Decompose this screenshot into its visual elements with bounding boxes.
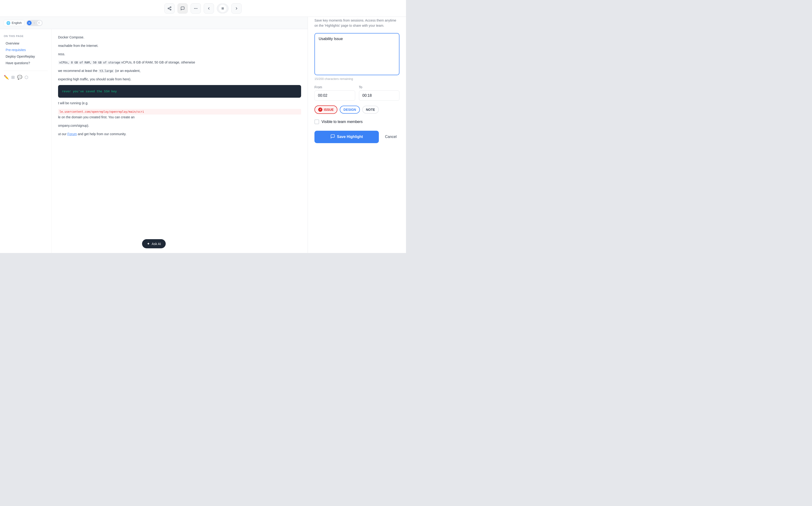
- visibility-row: Visible to team members: [314, 119, 399, 124]
- tag-issue[interactable]: ✓ ISSUE: [314, 105, 337, 114]
- svg-point-7: [194, 8, 195, 9]
- doc-content: Docker Compose. reachable from the Inter…: [52, 29, 308, 253]
- from-field: From: [314, 85, 355, 101]
- from-label: From: [314, 85, 355, 89]
- github-url-code: le.usercontent.com/openreplay/openreplay…: [58, 109, 301, 114]
- action-row: Save Highlight Cancel: [314, 131, 399, 143]
- svg-point-5: [196, 8, 196, 9]
- github-icon[interactable]: ⬡: [25, 75, 28, 80]
- light-mode-dot: ●: [27, 21, 32, 25]
- dark-mode-dot: ☾: [37, 21, 42, 25]
- save-btn-icon: [330, 134, 335, 140]
- ai-sparkle-icon: ✦: [147, 242, 150, 246]
- grid-icon[interactable]: ⊞: [11, 75, 15, 80]
- edit-icon[interactable]: ✏️: [4, 75, 9, 80]
- highlight-panel: Highlight ✕ Save key moments from sessio…: [308, 0, 406, 253]
- cancel-button[interactable]: Cancel: [382, 132, 399, 142]
- theme-toggle[interactable]: ● ○ ☾: [26, 20, 42, 26]
- more-button[interactable]: [191, 3, 201, 14]
- save-button-label: Save Highlight: [337, 135, 363, 139]
- ssh-key-code: rever you've saved the SSH key: [58, 85, 301, 98]
- svg-point-6: [197, 8, 197, 9]
- visibility-label: Visible to team members: [321, 120, 363, 124]
- from-input[interactable]: [314, 90, 355, 101]
- company-text: ompany.com/signup).: [58, 123, 301, 129]
- issue-dot-icon: ✓: [318, 107, 322, 112]
- svg-rect-9: [223, 7, 223, 9]
- sidebar-nav: ON THIS PAGE Overview Pre-requisites Dep…: [0, 29, 52, 253]
- save-highlight-button[interactable]: Save Highlight: [314, 131, 379, 143]
- svg-rect-8: [222, 7, 222, 9]
- doc-layout: ON THIS PAGE Overview Pre-requisites Dep…: [0, 29, 308, 253]
- ask-ai-button[interactable]: ✦ Ask AI: [142, 239, 166, 248]
- nav-icons: ✏️ ⊞ 💬 ⬡: [4, 71, 47, 80]
- main-content: 🌐 English ● ○ ☾ ON THIS PAGE Overview Pr…: [0, 17, 308, 253]
- recommend-text: we recommend at least the t3.large (or a…: [58, 68, 301, 74]
- tag-design[interactable]: DESIGN: [340, 106, 360, 114]
- tag-note[interactable]: NOTE: [362, 106, 379, 114]
- prev-button[interactable]: [204, 3, 214, 14]
- to-input[interactable]: [359, 90, 400, 101]
- svg-point-2: [170, 9, 171, 10]
- svg-point-0: [170, 7, 171, 8]
- to-field: To: [359, 85, 400, 101]
- forum-text: ut our Forum and get help from our commu…: [58, 132, 301, 137]
- char-count: 15/200 characters remaining: [314, 77, 399, 81]
- highlight-textarea[interactable]: Usability Issue: [314, 33, 399, 75]
- svg-line-4: [169, 7, 170, 8]
- traffic-text: expecting high traffic, you should scale…: [58, 77, 301, 82]
- playback-toggle[interactable]: [217, 3, 228, 13]
- ip-text: ress.: [58, 52, 301, 57]
- pause-indicator: [219, 5, 226, 12]
- comment-button[interactable]: [178, 3, 188, 14]
- tag-issue-label: ISSUE: [324, 108, 334, 111]
- docker-compose-text: Docker Compose.: [58, 35, 301, 40]
- running-text: t will be running (e.g.: [58, 100, 301, 106]
- medium-dot: ○: [32, 21, 37, 25]
- svg-line-3: [169, 9, 170, 9]
- tag-note-label: NOTE: [366, 108, 375, 111]
- globe-icon: 🌐: [6, 21, 10, 25]
- comment-icon[interactable]: 💬: [17, 75, 22, 80]
- nav-item-overview[interactable]: Overview: [4, 40, 47, 47]
- language-badge[interactable]: 🌐 English: [4, 20, 24, 26]
- reachable-text: reachable from the Internet.: [58, 43, 301, 49]
- language-label: English: [12, 21, 22, 25]
- nav-item-questions[interactable]: Have questions?: [4, 60, 47, 66]
- vcpu-text: vCPUs, 8 GB of RAM, 50 GB of storagevCPU…: [58, 60, 301, 65]
- visibility-checkbox[interactable]: [314, 119, 319, 124]
- forum-link[interactable]: Forum: [68, 132, 77, 136]
- panel-description: Save key moments from sessions. Access t…: [314, 18, 399, 28]
- toolbar: [0, 0, 406, 17]
- svg-point-1: [168, 8, 169, 9]
- domain-text: le on the domain you created first. You …: [58, 114, 301, 120]
- time-row: From To: [314, 85, 399, 101]
- language-bar: 🌐 English ● ○ ☾: [0, 17, 308, 29]
- share-button[interactable]: [164, 3, 175, 14]
- ask-ai-label: Ask AI: [152, 242, 161, 246]
- nav-heading: ON THIS PAGE: [4, 35, 47, 37]
- nav-item-deploy[interactable]: Deploy OpenReplay: [4, 54, 47, 60]
- tag-row: ✓ ISSUE DESIGN NOTE: [314, 105, 399, 114]
- to-label: To: [359, 85, 400, 89]
- nav-item-prerequisites[interactable]: Pre-requisites: [4, 47, 47, 53]
- tag-design-label: DESIGN: [343, 108, 356, 111]
- next-button[interactable]: [231, 3, 242, 14]
